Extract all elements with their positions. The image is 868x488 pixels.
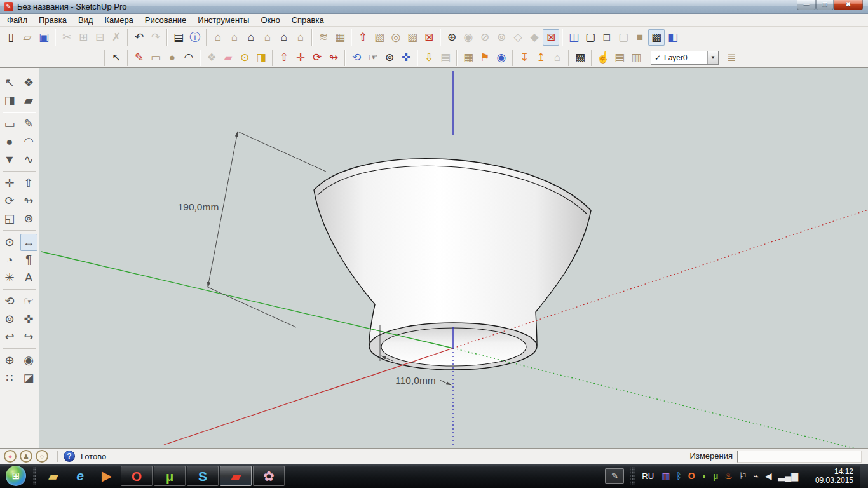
rotate-tool[interactable]: ⟳ bbox=[309, 50, 325, 66]
paint-bucket-tool[interactable]: ◨ bbox=[253, 50, 269, 66]
chevron-down-icon[interactable]: ▼ bbox=[707, 51, 718, 64]
menu-window[interactable]: Окно bbox=[255, 15, 285, 25]
move-tool[interactable]: ✛ bbox=[1, 175, 18, 192]
view-top-button[interactable]: ⌂ bbox=[226, 29, 243, 46]
hidden-line-style-button[interactable]: ▢ bbox=[615, 29, 632, 46]
internet-explorer-icon[interactable]: e bbox=[67, 466, 93, 486]
make-component-tool[interactable]: ❖ bbox=[20, 74, 37, 92]
sketchup-button[interactable]: ▰ bbox=[220, 466, 252, 486]
power-plug-icon[interactable]: ⌁ bbox=[753, 471, 758, 481]
dimension-tool[interactable]: ↔ bbox=[20, 234, 37, 251]
paste-button[interactable]: ⊟ bbox=[92, 29, 108, 46]
credit-status-icon[interactable]: ♟ bbox=[20, 450, 32, 463]
share-model-button[interactable]: ↥ bbox=[532, 50, 549, 66]
zoom-tool[interactable]: ⊚ bbox=[1, 311, 18, 328]
java-icon[interactable]: ♨ bbox=[724, 471, 733, 481]
zoom-tool[interactable]: ⊚ bbox=[381, 50, 398, 66]
look-around-tool[interactable]: ◉ bbox=[20, 352, 37, 369]
look-around-button[interactable]: ◉ bbox=[460, 29, 477, 46]
pan-tool[interactable]: ☞ bbox=[20, 293, 37, 310]
component-options-button[interactable]: ▤ bbox=[611, 50, 628, 66]
redo-button[interactable]: ↷ bbox=[147, 29, 164, 46]
geolocation-status-icon[interactable]: ● bbox=[4, 450, 17, 463]
model-vase[interactable] bbox=[314, 159, 591, 370]
opera-button[interactable]: O bbox=[121, 466, 153, 486]
bluetooth-icon[interactable]: ᛒ bbox=[676, 471, 681, 481]
network-signal-icon[interactable]: ▂▄▆ bbox=[778, 471, 798, 481]
monochrome-style-button[interactable]: ◧ bbox=[665, 29, 681, 46]
menu-view[interactable]: Вид bbox=[72, 15, 99, 25]
back-edges-style-button[interactable]: ▢ bbox=[582, 29, 599, 46]
layer-manager-button[interactable]: ≣ bbox=[722, 50, 740, 66]
undo-button[interactable]: ↶ bbox=[131, 29, 147, 46]
open-file-button[interactable]: ▱ bbox=[19, 29, 36, 46]
eraser-tool[interactable]: ▰ bbox=[20, 92, 37, 109]
get-current-view-button[interactable]: ⇩ bbox=[421, 50, 437, 66]
close-button[interactable]: ✖ bbox=[834, 0, 863, 10]
push-pull-tool[interactable]: ⇧ bbox=[276, 50, 292, 66]
xray-style-button[interactable]: ◫ bbox=[566, 29, 582, 46]
view-iso-button[interactable]: ⌂ bbox=[210, 29, 226, 46]
interact-tool[interactable]: ☝ bbox=[595, 50, 611, 66]
pan-tool[interactable]: ☞ bbox=[365, 50, 381, 66]
menu-edit[interactable]: Правка bbox=[33, 15, 72, 25]
menu-file[interactable]: Файл bbox=[1, 15, 33, 25]
walk-tool[interactable]: ∷ bbox=[1, 370, 18, 387]
get-models-button[interactable]: ↧ bbox=[516, 50, 532, 66]
shaded-style-button[interactable]: ■ bbox=[632, 29, 648, 46]
dimension-height[interactable]: 190,0mm bbox=[178, 132, 326, 327]
position-camera-button[interactable]: ⊕ bbox=[444, 29, 460, 46]
help-icon[interactable]: ? bbox=[64, 451, 75, 462]
action-center-icon[interactable]: ⚐ bbox=[739, 471, 747, 481]
media-player-icon[interactable]: ▶ bbox=[94, 466, 119, 486]
wireframe-style-button[interactable]: □ bbox=[599, 29, 615, 46]
opera-tray-icon[interactable]: O bbox=[688, 471, 695, 481]
layer-dropdown[interactable]: ✓ Layer0 ▼ bbox=[651, 51, 719, 65]
film-camera-button[interactable]: ⊚ bbox=[493, 29, 510, 46]
save-button[interactable]: ▣ bbox=[36, 29, 52, 46]
3d-text-tool[interactable]: A bbox=[20, 269, 37, 287]
zoom-extents-tool[interactable]: ✜ bbox=[398, 50, 414, 66]
viewport-canvas[interactable]: 190,0mm 110,0mm bbox=[39, 68, 868, 448]
google-earth-button[interactable]: ◉ bbox=[493, 50, 510, 66]
cut-button[interactable]: ✂ bbox=[58, 29, 75, 46]
title-bar[interactable]: ✎ Без названия - SketchUp Pro bbox=[0, 0, 868, 14]
drawing-area[interactable]: 190,0mm 110,0mm bbox=[39, 68, 868, 448]
scale-tool[interactable]: ◱ bbox=[1, 210, 18, 227]
smoove-button[interactable]: ⇧ bbox=[355, 29, 371, 46]
protractor-tool[interactable]: ◔ bbox=[1, 252, 18, 269]
zoom-previous-tool[interactable]: ↩ bbox=[1, 329, 18, 346]
volume-icon[interactable]: ◀ bbox=[765, 471, 772, 481]
menu-camera[interactable]: Камера bbox=[98, 15, 139, 25]
new-file-button[interactable]: ▯ bbox=[3, 29, 19, 46]
offset-tool[interactable]: ⊚ bbox=[20, 210, 37, 227]
start-button[interactable]: ⊞ bbox=[6, 466, 26, 486]
freehand-tool[interactable]: ∿ bbox=[20, 151, 37, 168]
share-component-button[interactable]: ⌂ bbox=[549, 50, 566, 66]
circle-tool[interactable]: ● bbox=[164, 50, 180, 66]
orbit-tool[interactable]: ⟲ bbox=[1, 293, 18, 310]
view-back-button[interactable]: ⌂ bbox=[276, 29, 292, 46]
taskbar-clock[interactable]: 14:12 09.03.2015 bbox=[808, 467, 853, 485]
arc-tool[interactable]: ◠ bbox=[20, 133, 37, 151]
menu-draw[interactable]: Рисование bbox=[139, 15, 192, 25]
menu-tools[interactable]: Инструменты bbox=[192, 15, 255, 25]
make-component-tool[interactable]: ❖ bbox=[203, 50, 220, 66]
add-detail-button[interactable]: ▨ bbox=[404, 29, 421, 46]
push-pull-tool[interactable]: ⇧ bbox=[20, 175, 37, 192]
view-front-button[interactable]: ⌂ bbox=[243, 29, 259, 46]
tape-measure-tool[interactable]: ⊙ bbox=[1, 234, 18, 251]
paint-bucket-tool[interactable]: ◨ bbox=[1, 92, 18, 109]
zoom-extents-tool[interactable]: ✜ bbox=[20, 311, 37, 328]
section-plane-tool[interactable]: ◪ bbox=[20, 370, 37, 387]
position-camera-tool[interactable]: ⊕ bbox=[1, 352, 18, 369]
view-cone-button[interactable]: ◇ bbox=[510, 29, 526, 46]
tablet-input-icon[interactable]: ✎ bbox=[605, 468, 624, 484]
toggle-terrain-button[interactable]: ▤ bbox=[437, 50, 454, 66]
print-button[interactable]: ▤ bbox=[170, 29, 187, 46]
arc-tool[interactable]: ◠ bbox=[180, 50, 197, 66]
line-tool[interactable]: ✎ bbox=[20, 116, 37, 133]
stamp-button[interactable]: ▧ bbox=[371, 29, 388, 46]
minimize-button[interactable]: — bbox=[797, 0, 816, 10]
language-indicator[interactable]: RU bbox=[642, 471, 654, 481]
